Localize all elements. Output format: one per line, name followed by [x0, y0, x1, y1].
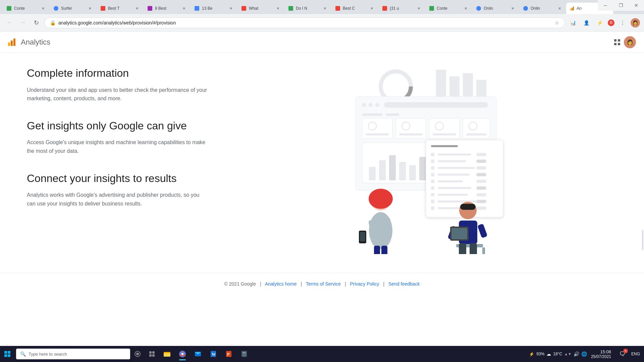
file-explorer-button[interactable]: [160, 347, 174, 361]
tab-close-3[interactable]: ✕: [134, 6, 140, 11]
svg-rect-0: [614, 39, 616, 42]
tab-favicon-7: [288, 6, 293, 11]
cortana-button[interactable]: [130, 347, 145, 361]
browser-tab-8[interactable]: Best C ✕: [331, 3, 378, 14]
tab-close-4[interactable]: ✕: [181, 6, 186, 11]
features-section: Complete information Understand your sit…: [0, 53, 644, 267]
svg-rect-117: [241, 351, 247, 357]
page-content: Analytics 👩: [0, 32, 644, 362]
apps-grid-icon[interactable]: [610, 36, 624, 49]
close-button[interactable]: ✕: [629, 0, 644, 11]
svg-rect-70: [476, 206, 486, 210]
feature-desc-1: Understand your site and app users to be…: [27, 86, 208, 103]
svg-rect-6: [463, 73, 473, 97]
address-bar[interactable]: 🔒 analytics.google.com/analytics/web/pro…: [44, 17, 565, 28]
clock-time: 15:08: [600, 349, 611, 354]
browser-tab-4[interactable]: 8 Best ✕: [144, 3, 191, 14]
tab-close-2[interactable]: ✕: [87, 6, 93, 11]
footer-tos-link[interactable]: Terms of Service: [306, 281, 341, 287]
svg-rect-119: [243, 355, 244, 356]
browser-tab-6[interactable]: What ✕: [237, 3, 284, 14]
tab-close-10[interactable]: ✕: [463, 6, 468, 11]
svg-point-13: [375, 103, 379, 107]
browser-tab-12[interactable]: Onlin ✕: [519, 3, 566, 14]
svg-rect-55: [476, 173, 486, 176]
svg-rect-28: [466, 133, 486, 135]
header-user-avatar[interactable]: 👩: [624, 36, 636, 48]
tab-close-11[interactable]: ✕: [510, 6, 515, 11]
tab-label-1: Conte: [14, 6, 38, 11]
page-footer: © 2021 Google | Analytics home | Terms o…: [0, 273, 644, 297]
extensions-icon[interactable]: ⚡: [594, 17, 605, 28]
browser-tab-2[interactable]: Surfer ✕: [50, 3, 97, 14]
notification-badge: 5: [623, 349, 628, 353]
scroll-track[interactable]: [641, 53, 644, 362]
browser-tab-1[interactable]: Conte ✕: [3, 3, 50, 14]
tab-close-5[interactable]: ✕: [228, 6, 233, 11]
footer-analytics-home-link[interactable]: Analytics home: [265, 281, 297, 287]
volume-icon[interactable]: 🔊: [574, 351, 579, 357]
powerpoint-button[interactable]: P: [221, 347, 236, 361]
feature-complete-info: Complete information Understand your sit…: [27, 66, 208, 103]
more-tools-icon[interactable]: ⋮: [617, 17, 628, 28]
start-button[interactable]: [0, 347, 15, 361]
clock-area[interactable]: 15:08 25/07/2021: [588, 349, 614, 359]
tab-close-8[interactable]: ✕: [369, 6, 374, 11]
svg-rect-3: [618, 43, 620, 45]
browser-tab-11[interactable]: Onlin ✕: [472, 3, 519, 14]
windows-icon: [4, 351, 11, 357]
browser-tab-10[interactable]: Conte ✕: [425, 3, 472, 14]
browser-tab-9[interactable]: (31 u ✕: [378, 3, 425, 14]
profile-icon[interactable]: 👤: [581, 17, 592, 28]
svg-rect-102: [149, 351, 152, 354]
outlook-button[interactable]: [191, 347, 205, 361]
svg-rect-15: [362, 113, 382, 116]
minimize-button[interactable]: ─: [598, 0, 613, 11]
taskbar: 🔍 Type here to search: [0, 346, 644, 362]
forward-button[interactable]: →: [17, 17, 28, 28]
svg-rect-35: [419, 157, 426, 180]
tab-favicon-2: [54, 6, 58, 11]
word-button[interactable]: W: [206, 347, 221, 361]
toolbar-right: 📊 👤 ⚡ O ⋮ 👩: [568, 17, 640, 28]
browser-toolbar: ← → ↻ 🔒 analytics.google.com/analytics/w…: [0, 14, 644, 32]
browser-tab-3[interactable]: Best T ✕: [97, 3, 144, 14]
task-view-button[interactable]: [145, 347, 160, 361]
performance-icon[interactable]: 📊: [568, 17, 578, 28]
star-icon[interactable]: ☆: [555, 20, 559, 25]
reload-button[interactable]: ↻: [31, 17, 42, 28]
tab-close-6[interactable]: ✕: [275, 6, 280, 11]
ga-header: Analytics 👩: [0, 32, 644, 53]
svg-rect-65: [431, 200, 434, 203]
footer-feedback-link[interactable]: Send feedback: [388, 281, 420, 287]
svg-point-11: [362, 103, 366, 107]
browser-tab-5[interactable]: 13 Be ✕: [191, 3, 237, 14]
notification-center-button[interactable]: 🗨 5: [615, 347, 630, 361]
browser-tab-7[interactable]: Do I N ✕: [284, 3, 331, 14]
tab-close-1[interactable]: ✕: [40, 6, 46, 11]
svg-rect-101: [8, 354, 10, 357]
taskbar-search-box[interactable]: 🔍 Type here to search: [16, 349, 130, 359]
ga-logo-icon: [8, 39, 15, 46]
tab-favicon-5: [195, 6, 199, 11]
network-icon[interactable]: 🌐: [581, 351, 587, 357]
features-illustration: [228, 66, 617, 254]
maximize-button[interactable]: ❐: [613, 0, 629, 11]
tab-close-12[interactable]: ✕: [557, 6, 562, 11]
chrome-button[interactable]: [175, 347, 190, 361]
taskbar-search-placeholder: Type here to search: [29, 352, 67, 357]
back-button[interactable]: ←: [4, 17, 15, 28]
svg-rect-4: [436, 70, 446, 97]
scroll-content[interactable]: Complete information Understand your sit…: [0, 53, 644, 362]
svg-rect-88: [459, 243, 466, 254]
tab-close-7[interactable]: ✕: [322, 6, 327, 11]
calculator-button[interactable]: [237, 347, 252, 361]
scroll-thumb[interactable]: [642, 230, 643, 250]
svg-rect-44: [431, 153, 434, 156]
footer-privacy-link[interactable]: Privacy Policy: [350, 281, 379, 287]
adblock-icon[interactable]: O: [608, 19, 614, 26]
user-avatar[interactable]: 👩: [631, 18, 640, 27]
tab-close-9[interactable]: ✕: [416, 6, 421, 11]
svg-point-110: [181, 353, 183, 355]
illustration-svg: [329, 66, 517, 254]
